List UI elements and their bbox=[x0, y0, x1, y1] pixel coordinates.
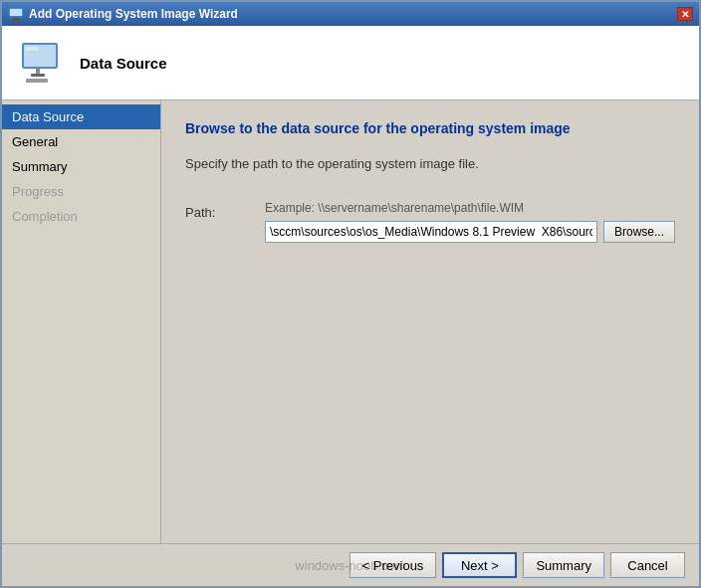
path-input[interactable] bbox=[265, 221, 597, 243]
svg-rect-2 bbox=[13, 18, 19, 20]
titlebar: Add Operating System Image Wizard ✕ bbox=[2, 2, 699, 26]
path-example: Example: \\servername\sharename\path\fil… bbox=[265, 201, 675, 215]
path-label-col: Path: bbox=[185, 201, 265, 220]
wizard-header: Data Source bbox=[2, 26, 699, 100]
svg-rect-3 bbox=[11, 20, 21, 21]
content-area: Data Source General Summary Progress Com… bbox=[2, 100, 699, 543]
browse-button[interactable]: Browse... bbox=[603, 221, 675, 243]
sidebar-item-data-source[interactable]: Data Source bbox=[2, 104, 160, 129]
svg-rect-7 bbox=[26, 47, 38, 51]
titlebar-icon bbox=[8, 6, 24, 22]
path-input-row: Browse... bbox=[265, 221, 675, 243]
wizard-window: Add Operating System Image Wizard ✕ Data… bbox=[0, 0, 701, 588]
svg-rect-10 bbox=[26, 79, 48, 83]
sidebar-item-progress: Progress bbox=[2, 179, 160, 204]
window-title: Add Operating System Image Wizard bbox=[29, 7, 238, 21]
svg-rect-4 bbox=[10, 9, 22, 16]
main-panel: Browse to the data source for the operat… bbox=[161, 100, 699, 543]
sidebar-item-completion: Completion bbox=[2, 204, 160, 229]
panel-title: Browse to the data source for the operat… bbox=[185, 120, 675, 136]
path-row: Path: Example: \\servername\sharename\pa… bbox=[185, 201, 675, 243]
bottom-bar: windows-noob.com < Previous Next > Summa… bbox=[2, 543, 699, 586]
close-button[interactable]: ✕ bbox=[677, 7, 693, 21]
computer-icon bbox=[18, 39, 66, 87]
sidebar: Data Source General Summary Progress Com… bbox=[2, 100, 161, 543]
path-details: Example: \\servername\sharename\path\fil… bbox=[265, 201, 675, 243]
next-button[interactable]: Next > bbox=[442, 552, 517, 578]
sidebar-item-general[interactable]: General bbox=[2, 129, 160, 154]
sidebar-item-summary[interactable]: Summary bbox=[2, 154, 160, 179]
header-title: Data Source bbox=[80, 55, 167, 72]
description-text: Specify the path to the operating system… bbox=[185, 156, 675, 171]
summary-button[interactable]: Summary bbox=[523, 552, 604, 578]
previous-button[interactable]: < Previous bbox=[350, 552, 437, 578]
cancel-button[interactable]: Cancel bbox=[610, 552, 685, 578]
svg-rect-9 bbox=[31, 74, 45, 77]
path-label: Path: bbox=[185, 205, 215, 220]
titlebar-left: Add Operating System Image Wizard bbox=[8, 6, 238, 22]
svg-rect-1 bbox=[9, 16, 23, 18]
